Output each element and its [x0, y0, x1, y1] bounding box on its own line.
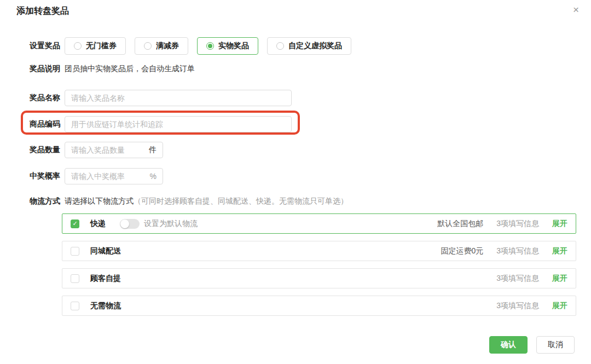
- shipping-method-name: 快递: [90, 219, 106, 229]
- prize-type-row: 设置奖品 无门槛券 满减券 实物奖品 自定义虚拟奖品: [0, 37, 591, 55]
- expand-link[interactable]: 展开: [552, 219, 567, 229]
- customer-pickup-checkbox[interactable]: [71, 274, 79, 283]
- default-logistics-toggle[interactable]: [120, 219, 140, 229]
- quantity-unit-label: 件: [149, 145, 157, 155]
- expand-link[interactable]: 展开: [552, 246, 567, 256]
- radio-option-no-threshold-coupon[interactable]: 无门槛券: [65, 37, 126, 55]
- probability-unit-label: %: [150, 172, 157, 181]
- radio-selected-icon: [206, 42, 214, 50]
- radio-option-label: 自定义虚拟奖品: [288, 41, 342, 51]
- dialog-footer: 确认 取消: [489, 336, 575, 354]
- prize-quantity-label: 奖品数量: [16, 145, 60, 155]
- prize-quantity-row: 奖品数量 件: [0, 142, 591, 158]
- radio-option-label: 满减券: [156, 41, 179, 51]
- win-probability-label: 中奖概率: [16, 171, 60, 181]
- product-code-input[interactable]: [71, 120, 285, 129]
- logistics-note: （可同时选择顾客自提、同城配送、快递。无需物流只可单选）: [134, 197, 348, 205]
- fill-info-count: 3项填写信息: [496, 246, 539, 256]
- shipping-fee-text: 默认全国包邮: [437, 219, 483, 229]
- radio-icon: [144, 42, 152, 50]
- shipping-method-name: 同城配送: [90, 246, 121, 256]
- add-wheel-prize-dialog: 添加转盘奖品 × 设置奖品 无门槛券 满减券 实物奖品: [0, 0, 591, 364]
- prize-desc-row: 奖品说明 团员抽中实物奖品后，会自动生成订单: [0, 63, 591, 74]
- prize-name-input[interactable]: [71, 94, 285, 102]
- prize-name-row: 奖品名称: [0, 90, 591, 106]
- product-code-input-box: [65, 116, 292, 132]
- prize-type-label: 设置奖品: [16, 41, 60, 51]
- fill-info-count: 3项填写信息: [496, 219, 539, 229]
- prize-desc-label: 奖品说明: [16, 64, 60, 74]
- fill-info-count: 3项填写信息: [496, 301, 539, 311]
- city-delivery-checkbox[interactable]: [71, 247, 79, 256]
- radio-icon: [74, 42, 82, 50]
- radio-option-label: 实物奖品: [218, 41, 249, 51]
- product-code-label: 商品编码: [16, 119, 60, 129]
- expand-link[interactable]: 展开: [552, 274, 567, 284]
- prize-quantity-input-box: 件: [65, 142, 163, 158]
- prize-type-options: 无门槛券 满减券 实物奖品 自定义虚拟奖品: [65, 37, 360, 55]
- prize-name-input-box: [65, 90, 292, 106]
- logistics-instruction: 请选择以下物流方式: [65, 197, 134, 205]
- shipping-method-name: 顾客自提: [90, 274, 121, 284]
- shipping-row-city-delivery: 同城配送 固定运费0元 3项填写信息 展开: [62, 241, 576, 261]
- prize-desc-text: 团员抽中实物奖品后，会自动生成订单: [65, 64, 195, 74]
- logistics-label: 物流方式: [16, 197, 60, 206]
- win-probability-input[interactable]: [71, 172, 146, 181]
- prize-form: 设置奖品 无门槛券 满减券 实物奖品 自定义虚拟奖品: [0, 37, 591, 323]
- confirm-button[interactable]: 确认: [489, 336, 528, 354]
- express-checkbox[interactable]: [71, 219, 79, 228]
- radio-icon: [276, 42, 284, 50]
- logistics-header-row: 物流方式 请选择以下物流方式（可同时选择顾客自提、同城配送、快递。无需物流只可单…: [0, 196, 591, 207]
- default-logistics-toggle-label: 设置为默认物流: [144, 219, 198, 229]
- win-probability-row: 中奖概率 %: [0, 168, 591, 184]
- prize-name-label: 奖品名称: [16, 93, 60, 103]
- shipping-row-express: 快递 设置为默认物流 默认全国包邮 3项填写信息 展开: [62, 213, 576, 234]
- shipping-row-customer-pickup: 顾客自提 3项填写信息 展开: [62, 268, 576, 288]
- shipping-method-name: 无需物流: [90, 301, 121, 311]
- radio-option-physical-prize[interactable]: 实物奖品: [197, 37, 258, 55]
- radio-option-label: 无门槛券: [86, 41, 117, 51]
- dialog-title: 添加转盘奖品: [16, 5, 69, 17]
- expand-link[interactable]: 展开: [552, 301, 567, 311]
- win-probability-input-box: %: [65, 168, 163, 184]
- shipping-row-no-logistics: 无需物流 3项填写信息 展开: [62, 296, 576, 316]
- fill-info-count: 3项填写信息: [496, 274, 539, 284]
- prize-quantity-input[interactable]: [71, 146, 144, 154]
- close-icon[interactable]: ×: [573, 4, 579, 15]
- radio-option-discount-coupon[interactable]: 满减券: [135, 37, 188, 55]
- no-logistics-checkbox[interactable]: [71, 302, 79, 310]
- radio-option-custom-virtual-prize[interactable]: 自定义虚拟奖品: [267, 37, 351, 55]
- product-code-row: 商品编码: [0, 116, 591, 132]
- cancel-button[interactable]: 取消: [536, 336, 575, 354]
- shipping-fee-text: 固定运费0元: [441, 246, 483, 256]
